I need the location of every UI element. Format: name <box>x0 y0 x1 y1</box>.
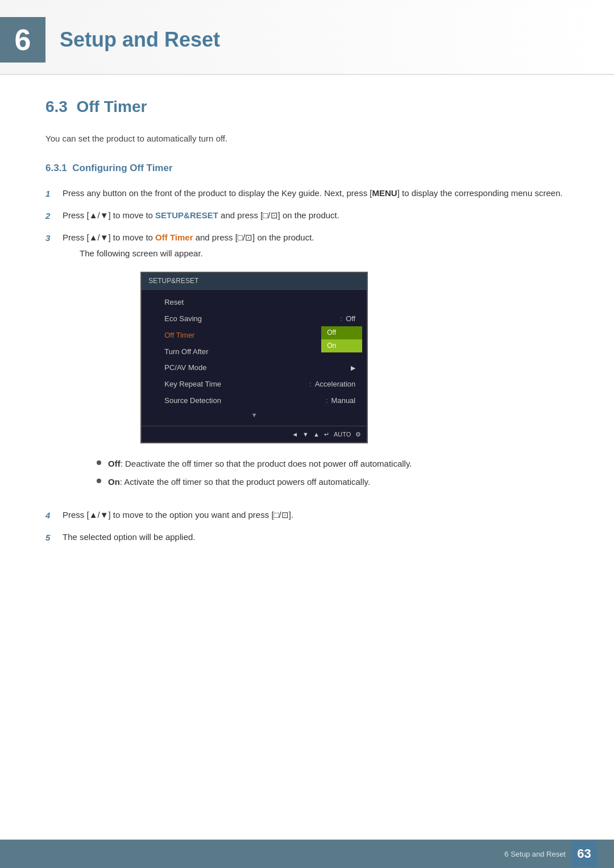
screen-container: SETUP&RESET Reset Eco Saving : Off <box>97 272 412 443</box>
subsection-title: 6.3.1 Configuring Off Timer <box>45 163 569 174</box>
page-footer: 6 Setup and Reset 63 <box>0 840 614 868</box>
main-content: 6.3 Off Timer You can set the product to… <box>0 98 614 609</box>
menu-label-sourcedetect: Source Detection <box>164 395 322 407</box>
chapter-title: Setup and Reset <box>60 28 220 52</box>
step-text-5: The selected option will be applied. <box>63 530 569 544</box>
step-text-2: Press [▲/▼] to move to SETUP&RESET and p… <box>63 209 569 222</box>
footer-section-text: 6 Setup and Reset <box>504 850 566 858</box>
section-title: 6.3 Off Timer <box>45 98 569 121</box>
step-text-4: Press [▲/▼] to move to the option you wa… <box>63 508 569 522</box>
menu-row-pcav: PC/AV Mode ▶ <box>142 360 367 376</box>
step-text-1: Press any button on the front of the pro… <box>63 186 569 200</box>
bullet-text-on: On: Activate the off timer so that the p… <box>108 475 370 489</box>
chapter-header: 6 Setup and Reset <box>0 0 614 75</box>
bullet-text-off: Off: Deactivate the off timer so that th… <box>108 457 412 471</box>
footer-btn-up[interactable]: ▲ <box>313 430 320 440</box>
pcav-arrow: ▶ <box>351 363 355 373</box>
menu-value-eco: Off <box>346 313 355 325</box>
steps-list: 1 Press any button on the front of the p… <box>45 186 569 545</box>
step-1: 1 Press any button on the front of the p… <box>45 186 569 201</box>
step-3-sub: The following screen will appear. <box>80 247 412 260</box>
footer-btn-down[interactable]: ▼ <box>302 430 309 440</box>
dropdown-item-off[interactable]: Off <box>321 326 362 339</box>
step-3-content: Press [▲/▼] to move to Off Timer and pre… <box>63 231 412 500</box>
bullet-list: Off: Deactivate the off timer so that th… <box>97 457 412 489</box>
menu-value-sourcedetect: Manual <box>331 395 356 407</box>
footer-btn-left[interactable]: ◄ <box>292 430 298 440</box>
dropdown-item-on[interactable]: On <box>321 339 362 352</box>
chapter-number-box: 6 <box>0 17 45 63</box>
screen-body: Reset Eco Saving : Off Off Timer : Off <box>142 290 367 426</box>
menu-row-offtimer: Off Timer : Off Off On <box>142 327 367 344</box>
footer-btn-power[interactable]: ⚙ <box>355 430 361 440</box>
step-5: 5 The selected option will be applied. <box>45 530 569 545</box>
setup-reset-highlight: SETUP&RESET <box>155 210 218 220</box>
menu-label-reset: Reset <box>164 297 355 309</box>
screen-header: SETUP&RESET <box>142 273 367 290</box>
step-2: 2 Press [▲/▼] to move to SETUP&RESET and… <box>45 209 569 223</box>
menu-row-eco: Eco Saving : Off <box>142 311 367 327</box>
on-term: On <box>108 477 120 487</box>
bullet-dot-on <box>97 479 101 483</box>
step-number-1: 1 <box>45 187 58 201</box>
step-4: 4 Press [▲/▼] to move to the option you … <box>45 508 569 522</box>
screen-mockup: SETUP&RESET Reset Eco Saving : Off <box>140 272 368 443</box>
bullet-on: On: Activate the off timer so that the p… <box>97 475 412 489</box>
bullet-dot-off <box>97 460 101 465</box>
off-term: Off <box>108 459 121 468</box>
menu-row-keyrepeat: Key Repeat Time : Acceleration <box>142 376 367 393</box>
step-number-4: 4 <box>45 509 58 522</box>
step-number-2: 2 <box>45 209 58 223</box>
menu-row-reset: Reset <box>142 294 367 311</box>
step-3: 3 Press [▲/▼] to move to Off Timer and p… <box>45 231 569 500</box>
menu-label-keyrepeat: Key Repeat Time <box>164 379 306 391</box>
step-text-3: Press [▲/▼] to move to Off Timer and pre… <box>63 232 314 242</box>
screen-footer: ◄ ▼ ▲ ↵ AUTO ⚙ <box>142 426 367 442</box>
scroll-indicator: ▼ <box>142 409 367 422</box>
menu-key: MENU <box>372 188 397 198</box>
menu-label-pcav: PC/AV Mode <box>164 362 351 374</box>
menu-value-keyrepeat: Acceleration <box>315 379 356 391</box>
chapter-number: 6 <box>15 23 31 57</box>
footer-btn-auto[interactable]: AUTO <box>334 430 351 440</box>
section-intro: You can set the product to automatically… <box>45 132 569 146</box>
off-timer-highlight: Off Timer <box>155 232 193 242</box>
menu-label-eco: Eco Saving <box>164 313 337 325</box>
step-number-3: 3 <box>45 231 58 245</box>
footer-btn-enter[interactable]: ↵ <box>324 430 329 440</box>
footer-page-number: 63 <box>571 841 597 867</box>
bullet-off: Off: Deactivate the off timer so that th… <box>97 457 412 471</box>
step-number-5: 5 <box>45 531 58 545</box>
menu-label-offtimer: Off Timer <box>164 330 337 342</box>
menu-row-sourcedetect: Source Detection : Manual <box>142 393 367 409</box>
